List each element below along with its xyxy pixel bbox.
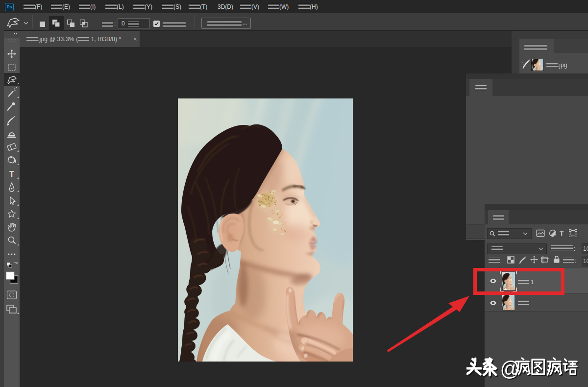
svg-text:@: @ xyxy=(500,357,519,380)
svg-text:T: T xyxy=(9,170,14,178)
